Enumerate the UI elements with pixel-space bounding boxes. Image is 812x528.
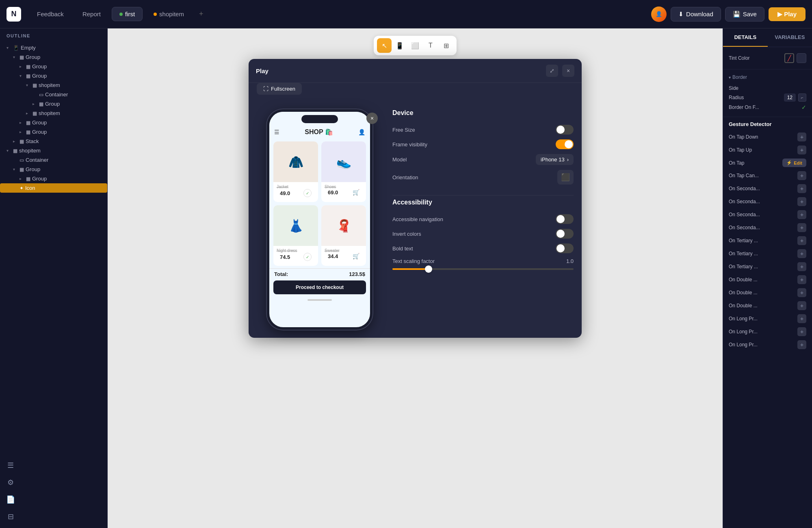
sweater-image: 🧣 — [321, 205, 366, 246]
on-long-2-add[interactable]: + — [797, 327, 806, 336]
on-long-3-add[interactable]: + — [797, 340, 806, 349]
close-preview-icon[interactable]: × — [366, 113, 378, 124]
accessible-nav-toggle[interactable] — [556, 214, 574, 224]
bold-text-toggle[interactable] — [556, 243, 574, 253]
model-selector[interactable]: iPhone 13 › — [536, 154, 574, 165]
orientation-button[interactable]: ⬛ — [557, 170, 574, 185]
phone-product-sweater[interactable]: 🧣 Sweater 34.4 🛒 — [321, 205, 366, 266]
dress-check[interactable]: ✓ — [303, 253, 312, 261]
grid-icon: ▦ — [39, 101, 43, 107]
save-button[interactable]: 💾 Save — [725, 7, 764, 22]
border-on-row: Border On F... ✓ — [729, 103, 806, 112]
checkout-button[interactable]: Proceed to checkout — [273, 280, 366, 294]
tab-variables[interactable]: VARIABLES — [768, 28, 812, 47]
settings-icon[interactable]: ⚙ — [2, 474, 19, 491]
tree-item-group-inner[interactable]: ▸ ▦ Group — [0, 99, 107, 109]
components-icon[interactable]: ⊟ — [2, 508, 19, 525]
text-tool[interactable]: T — [423, 38, 438, 53]
close-modal-button[interactable]: × — [562, 65, 574, 77]
on-tap-edit-button[interactable]: ⚡ Edit — [782, 159, 806, 167]
radius-label: Radius — [729, 95, 744, 100]
tint-color-box[interactable] — [797, 53, 806, 63]
on-tertiary-1-add[interactable]: + — [797, 236, 806, 245]
tree-item-group-2[interactable]: ▸ ▦ Group — [0, 62, 107, 71]
on-secondary-4-add[interactable]: + — [797, 223, 806, 232]
tab-feedback[interactable]: Feedback — [29, 7, 71, 21]
topbar-right: 👤 ⬇ Download 💾 Save ▶ Play — [651, 7, 806, 22]
tab-details[interactable]: DETAILS — [723, 28, 768, 47]
tree-item-group-6[interactable]: ▾ ▦ Group — [0, 165, 107, 174]
user-avatar[interactable]: 👤 — [651, 7, 667, 22]
on-long-1-add[interactable]: + — [797, 314, 806, 323]
chevron-down-icon: ▾ — [729, 75, 731, 80]
tree-item-shopitem-2[interactable]: ▸ ▦ shopitem — [0, 109, 107, 118]
shoes-cart-icon[interactable]: 🛒 — [353, 189, 359, 196]
toggle-knob — [556, 126, 565, 134]
invert-colors-toggle[interactable] — [556, 229, 574, 239]
lightning-icon: ⚡ — [786, 160, 792, 165]
tree-label: Stack — [26, 138, 39, 144]
tree-item-group-3[interactable]: ▾ ▦ Group — [0, 71, 107, 80]
tree-item-group-4[interactable]: ▸ ▦ Group — [0, 118, 107, 127]
tree-item-icon[interactable]: ✦ Icon — [0, 183, 107, 193]
tree-item-container-2[interactable]: ▭ Container — [0, 155, 107, 165]
chevron-right-icon: ▸ — [13, 139, 18, 143]
tree-item-group-1[interactable]: ▾ ▦ Group — [0, 52, 107, 62]
on-double-2-add[interactable]: + — [797, 288, 806, 297]
external-link-button[interactable]: ⤢ — [546, 65, 558, 77]
app-logo[interactable]: N — [6, 7, 21, 22]
select-tool[interactable]: ↖ — [377, 38, 392, 53]
tree-item-shopitem-1[interactable]: ▾ ▦ shopitem — [0, 80, 107, 90]
on-tap-up-add[interactable]: + — [797, 146, 806, 154]
add-tab-button[interactable]: + — [195, 7, 208, 21]
on-secondary-3-add[interactable]: + — [797, 210, 806, 219]
download-button[interactable]: ⬇ Download — [671, 7, 721, 22]
chevron-down-icon: ▾ — [26, 83, 31, 87]
layers-icon[interactable]: ☰ — [2, 457, 19, 474]
phone-product-shoes[interactable]: 👟 Shoes 69.0 🛒 — [321, 141, 366, 202]
play-button[interactable]: ▶ Play — [769, 7, 806, 21]
tree-item-group-7[interactable]: ▸ ▦ Group — [0, 174, 107, 183]
chevron-right-icon: ▸ — [19, 120, 24, 125]
checkout-label: Proceed to checkout — [296, 285, 344, 290]
phone-menu-icon[interactable]: ☰ — [274, 129, 279, 135]
tab-report[interactable]: Report — [75, 7, 108, 21]
tab-shopitem[interactable]: shopitem — [146, 7, 192, 21]
frame-visibility-toggle[interactable] — [556, 139, 574, 149]
dress-actions: 74.5 ✓ — [277, 253, 315, 263]
on-tap-down-add[interactable]: + — [797, 133, 806, 141]
play-label: ▶ Play — [777, 11, 797, 18]
border-check-icon[interactable]: ✓ — [801, 104, 806, 111]
free-size-toggle[interactable] — [556, 125, 574, 135]
pages-icon[interactable]: 📄 — [2, 491, 19, 508]
rect-icon: ▭ — [39, 92, 43, 98]
rectangle-tool[interactable]: ⬜ — [408, 38, 422, 53]
grid-tool[interactable]: ⊞ — [439, 38, 453, 53]
on-tap-can-add[interactable]: + — [797, 171, 806, 180]
on-tertiary-2-add[interactable]: + — [797, 249, 806, 258]
radius-value[interactable]: 12 — [784, 93, 796, 102]
on-secondary-1-add[interactable]: + — [797, 184, 806, 193]
tree-item-empty[interactable]: ▾ 📱 Empty — [0, 43, 107, 52]
tree-item-container-1[interactable]: ▭ Container — [0, 90, 107, 99]
radius-corner-icon[interactable]: ⌐ — [798, 93, 806, 102]
on-secondary-2-add[interactable]: + — [797, 197, 806, 206]
phone-user-icon[interactable]: 👤 — [358, 129, 365, 135]
tree-item-stack[interactable]: ▸ ▦ Stack — [0, 137, 107, 146]
tab-first[interactable]: first — [112, 7, 143, 21]
sweater-cart-icon[interactable]: 🛒 — [353, 253, 359, 259]
slider-thumb[interactable] — [425, 265, 432, 273]
jacket-check[interactable]: ✓ — [303, 189, 312, 197]
on-tertiary-3-add[interactable]: + — [797, 262, 806, 271]
phone-product-jacket[interactable]: 🧥 Jacket 49.0 ✓ — [273, 141, 318, 202]
dismiss-button[interactable]: × — [366, 113, 378, 124]
fullscreen-button[interactable]: ⛶ Fullscreen — [257, 83, 302, 95]
tree-item-shopitem-root[interactable]: ▾ ▦ shopitem — [0, 146, 107, 155]
device-tool[interactable]: 📱 — [392, 38, 407, 53]
on-double-1-add[interactable]: + — [797, 275, 806, 284]
tint-color-swatch[interactable]: ╱ — [784, 53, 794, 63]
tree-item-group-5[interactable]: ▸ ▦ Group — [0, 127, 107, 137]
on-double-3-add[interactable]: + — [797, 301, 806, 310]
phone-product-dress[interactable]: 👗 Night dress 74.5 ✓ — [273, 205, 318, 266]
phone-content: ☰ SHOP 🛍️ 👤 🧥 — [269, 125, 370, 303]
